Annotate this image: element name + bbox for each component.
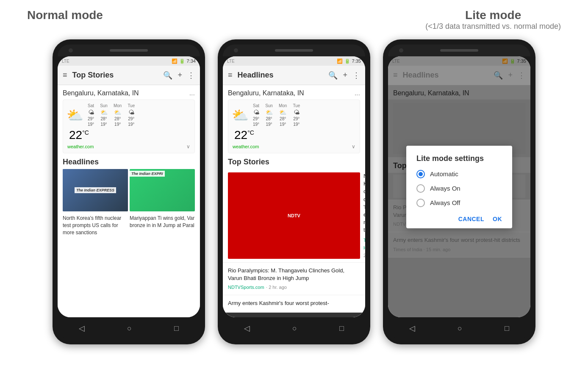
recent-icon-3[interactable]: □ bbox=[505, 324, 509, 333]
status-time-2: 7:35 bbox=[352, 58, 361, 64]
news-text-1: N. Korea carries out 'biggest ever' nucl… bbox=[363, 172, 365, 259]
more-icon-2[interactable]: ⋮ bbox=[352, 71, 360, 80]
weather-days-1: Sat 🌤 29° 19° Sun ⛅ 28° 19° bbox=[88, 103, 135, 127]
content-area-1: Bengaluru, Karnataka, IN ... ⛅ Sat 🌤 29°… bbox=[58, 85, 200, 317]
news-img-background-2: The Indian EXPRI bbox=[130, 169, 195, 211]
recent-icon-1[interactable]: □ bbox=[174, 324, 179, 333]
dialog-ok-button[interactable]: OK bbox=[493, 216, 502, 222]
location-text-2: Bengaluru, Karnataka, IN bbox=[228, 89, 304, 97]
weather-day-tue-1: Tue 🌤 29° 19° bbox=[128, 103, 135, 127]
add-icon-2[interactable]: + bbox=[343, 71, 347, 80]
weather-expand-1[interactable]: ∨ bbox=[186, 144, 190, 150]
current-temp-1: 22°C bbox=[67, 128, 191, 142]
phones-container: LTE 📶 🔋 7:34 ≡ Top Stories 🔍 + ⋮ Bengalu… bbox=[53, 39, 535, 344]
phone-bottom-bar-3: ◁ ○ □ bbox=[388, 317, 530, 339]
news-headline-1: N. Korea carries out 'biggest ever' nucl… bbox=[363, 172, 365, 234]
dialog-label-automatic: Automatic bbox=[430, 170, 458, 177]
lite-mode-bar: Lite mode enabled SETTINGS bbox=[223, 313, 365, 317]
add-icon-1[interactable]: + bbox=[178, 71, 182, 80]
weather-day-mon-2: Mon ⛅ 28° 19° bbox=[279, 103, 287, 127]
status-time-1: 7:34 bbox=[187, 58, 196, 64]
news-img-2: The Indian EXPRI bbox=[130, 169, 195, 211]
dialog-overlay: Lite mode settings Automatic Always On bbox=[388, 56, 530, 317]
phone-screen-1: LTE 📶 🔋 7:34 ≡ Top Stories 🔍 + ⋮ Bengalu… bbox=[58, 56, 200, 317]
search-icon-2[interactable]: 🔍 bbox=[328, 71, 338, 80]
recent-icon-2[interactable]: □ bbox=[339, 324, 344, 333]
temp-unit-1: °C bbox=[82, 129, 89, 136]
back-icon-2[interactable]: ◁ bbox=[244, 324, 250, 333]
radio-inner-automatic bbox=[419, 172, 423, 176]
weather-days-2: Sat 🌤 29° 19° Sun ⛅ 28° 19° bbox=[253, 103, 300, 127]
home-icon-1[interactable]: ○ bbox=[127, 324, 132, 333]
news-item-1[interactable]: NDTV N. Korea carries out 'biggest ever'… bbox=[223, 169, 365, 263]
phone-normal: LTE 📶 🔋 7:34 ≡ Top Stories 🔍 + ⋮ Bengalu… bbox=[53, 39, 205, 344]
more-icon-1[interactable]: ⋮ bbox=[187, 71, 195, 80]
radio-always-on[interactable] bbox=[416, 184, 425, 193]
news-caption-1: North Korea's fifth nuclear test prompts… bbox=[63, 213, 128, 238]
news-item-2[interactable]: Rio Paralympics: M. Thangavelu Clinches … bbox=[223, 263, 365, 295]
phone-top-bar-3 bbox=[388, 44, 530, 56]
dialog-cancel-button[interactable]: CANCEL bbox=[458, 216, 484, 222]
weather-day-sun-2: Sun ⛅ 28° 19° bbox=[265, 103, 273, 127]
dialog-title: Lite mode settings bbox=[416, 154, 502, 163]
weather-source-1: weather.com bbox=[67, 144, 94, 149]
dialog-option-always-on[interactable]: Always On bbox=[416, 184, 502, 193]
news-headline-2: Rio Paralympics: M. Thangavelu Clinches … bbox=[228, 267, 360, 282]
phone-bottom-bar-1: ◁ ○ □ bbox=[58, 317, 200, 339]
normal-mode-label: Normal mode bbox=[27, 8, 103, 31]
news-source-1: The Hindu bbox=[363, 238, 365, 250]
news-img-1: The Indian EXPRESS bbox=[63, 169, 128, 211]
dialog-label-always-off: Always Off bbox=[430, 199, 460, 206]
phone-lite: LTE 📶 🔋 7:35 ≡ Headlines 🔍 + ⋮ Bengaluru… bbox=[218, 39, 370, 344]
phone-bottom-bar-2: ◁ ○ □ bbox=[223, 317, 365, 339]
menu-icon-2[interactable]: ≡ bbox=[228, 71, 233, 80]
weather-day-sat-1: Sat 🌤 29° 19° bbox=[88, 103, 94, 127]
news-time-2: · 2 hr. ago bbox=[266, 285, 287, 290]
search-icon-1[interactable]: 🔍 bbox=[163, 71, 172, 80]
radio-automatic[interactable] bbox=[416, 170, 425, 178]
home-icon-2[interactable]: ○ bbox=[292, 324, 297, 333]
news-item-3[interactable]: Army enters Kashmir's four worst protest… bbox=[223, 295, 365, 313]
dialog-option-automatic[interactable]: Automatic bbox=[416, 170, 502, 178]
lite-mode-sublabel: (<1/3 data transmitted vs. normal mode) bbox=[425, 22, 561, 31]
news-thumb-1: NDTV bbox=[228, 172, 360, 259]
news-caption-2: Mariyappan Ti wins gold, Var bronze in i… bbox=[130, 213, 195, 238]
camera-1 bbox=[69, 48, 73, 53]
current-temp-2: 22°C bbox=[232, 128, 356, 142]
weather-top-1: ⛅ Sat 🌤 29° 19° Sun ⛅ 28° bbox=[67, 103, 191, 127]
status-signal-2: 📶 bbox=[337, 58, 343, 64]
dialog-label-always-on: Always On bbox=[430, 185, 460, 192]
news-captions-row: North Korea's fifth nuclear test prompts… bbox=[58, 211, 200, 240]
news-img-background-1: The Indian EXPRESS bbox=[63, 169, 128, 211]
weather-day-tue-2: Tue 🌤 29° 19° bbox=[293, 103, 300, 127]
back-icon-3[interactable]: ◁ bbox=[409, 324, 415, 333]
toolbar-title-1: Top Stories bbox=[72, 71, 158, 80]
weather-footer-1: weather.com ∨ bbox=[67, 144, 191, 150]
location-row-1: Bengaluru, Karnataka, IN ... bbox=[58, 85, 200, 100]
toolbar-title-2: Headlines bbox=[238, 71, 324, 80]
weather-expand-2[interactable]: ∨ bbox=[352, 144, 355, 150]
section-header-2: Top Stories bbox=[223, 153, 365, 169]
phone-lite-settings: LTE 📶 🔋 7:35 ≡ Headlines 🔍 + ⋮ Bengaluru… bbox=[383, 39, 535, 344]
speaker-3 bbox=[440, 49, 478, 52]
weather-day-sun-1: Sun ⛅ 28° 19° bbox=[100, 103, 108, 127]
speaker-2 bbox=[275, 49, 313, 52]
location-dots-2: ... bbox=[355, 89, 360, 97]
home-icon-3[interactable]: ○ bbox=[458, 324, 462, 333]
weather-day-sat-2: Sat 🌤 29° 19° bbox=[253, 103, 259, 127]
back-icon-1[interactable]: ◁ bbox=[79, 324, 85, 333]
menu-icon-1[interactable]: ≡ bbox=[63, 71, 67, 80]
lite-mode-label: Lite mode bbox=[465, 8, 521, 22]
content-area-2: Bengaluru, Karnataka, IN ... ⛅ Sat 🌤 29°… bbox=[223, 85, 365, 317]
status-battery-1: 🔋 bbox=[179, 58, 185, 64]
app-toolbar-1: ≡ Top Stories 🔍 + ⋮ bbox=[58, 66, 200, 85]
speaker-1 bbox=[110, 49, 148, 52]
camera-3 bbox=[399, 48, 403, 53]
lite-mode-settings-dialog: Lite mode settings Automatic Always On bbox=[406, 146, 512, 228]
weather-widget-2: ⛅ Sat 🌤 29° 19° Sun ⛅ 28° bbox=[228, 100, 360, 153]
dialog-option-always-off[interactable]: Always Off bbox=[416, 199, 502, 207]
weather-source-2: weather.com bbox=[233, 144, 259, 149]
radio-always-off[interactable] bbox=[416, 199, 425, 207]
section-header-1: Headlines bbox=[58, 153, 200, 169]
status-bar-1: LTE 📶 🔋 7:34 bbox=[58, 56, 200, 66]
